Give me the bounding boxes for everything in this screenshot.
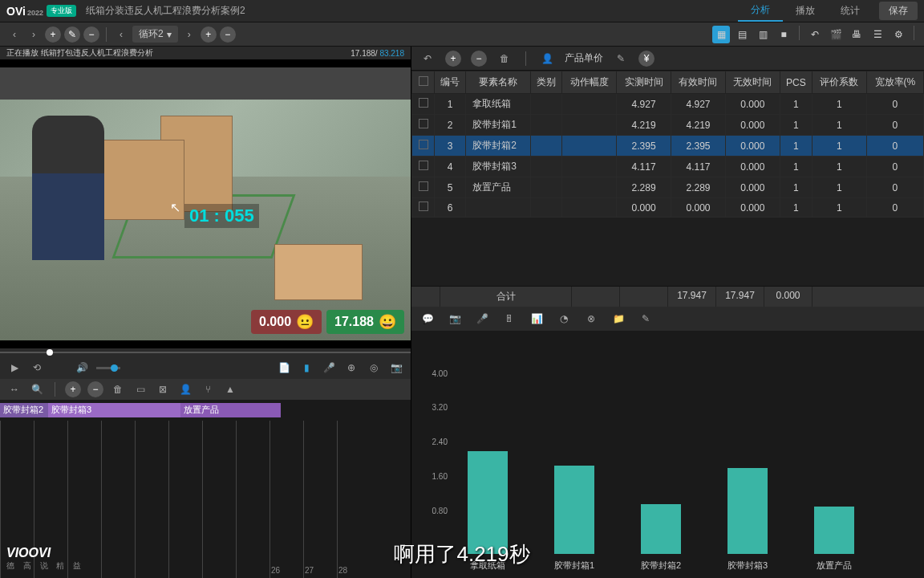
tl-person-icon[interactable]: 👤 [177, 381, 193, 397]
tbl-currency-icon[interactable]: ¥ [638, 51, 654, 67]
tbl-edit-icon[interactable]: ✎ [613, 51, 629, 67]
target-icon[interactable]: ◎ [366, 360, 382, 376]
snapshot-icon[interactable]: 📷 [447, 311, 463, 327]
next-cycle-icon[interactable]: › [181, 26, 197, 43]
unit-price-label: 产品单价 [565, 51, 603, 65]
mic-icon[interactable]: 🎤 [321, 360, 337, 376]
camera-icon[interactable]: 📷 [388, 360, 404, 376]
settings-icon[interactable]: ⚙ [890, 26, 907, 43]
video-subtitle: 啊用了4.219秒 [394, 540, 529, 568]
table-row[interactable]: 3胶带封箱22.3952.3950.000110 [412, 136, 924, 157]
scrubber[interactable] [0, 348, 411, 356]
timeline-toolbar: ↔ 🔍 + − 🗑 ▭ ⊠ 👤 ⑂ ▲ [0, 379, 411, 400]
tl-cursor-icon[interactable]: ↔ [6, 381, 22, 397]
video-status: 正在播放 纸箱打包违反人机工程浪费分析 [6, 47, 153, 59]
barchart-icon[interactable]: 📊 [529, 311, 545, 327]
remove-icon[interactable]: − [83, 26, 99, 43]
tl-segment[interactable]: 胶带封箱2 [0, 403, 48, 417]
view-grid-icon[interactable]: ▦ [712, 26, 730, 43]
table-row[interactable]: 2胶带封箱14.2194.2190.000110 [412, 115, 924, 136]
video-header: 正在播放 纸箱打包违反人机工程浪费分析 17.188/ 83.218 [0, 47, 411, 59]
forward-icon[interactable]: › [26, 26, 42, 43]
note-icon[interactable]: 📄 [276, 360, 292, 376]
undo-icon[interactable]: ↶ [806, 26, 824, 43]
elements-table: 编号要素名称类别动作幅度实测时间有效时间无效时间PCS评价系数宽放率(% 1拿取… [411, 71, 924, 218]
cycle-remove-icon[interactable]: − [220, 26, 236, 43]
loop-icon[interactable]: ⟲ [29, 360, 45, 376]
tl-cancel-icon[interactable]: ⊠ [155, 381, 171, 397]
prev-cycle-icon[interactable]: ‹ [113, 26, 129, 43]
donut-icon[interactable]: ⊗ [583, 311, 599, 327]
tl-segment[interactable]: 放置产品 [180, 403, 281, 417]
folder-icon[interactable]: 📁 [610, 311, 626, 327]
sliders-icon[interactable]: 🎚 [501, 311, 517, 327]
document-title: 纸箱分装违反人机工程浪费分析案例2 [86, 4, 245, 18]
tab-stats[interactable]: 统计 [828, 1, 873, 21]
tbl-person-icon[interactable]: 👤 [539, 51, 555, 67]
volume-icon[interactable]: 🔊 [74, 360, 90, 376]
comment-icon[interactable]: 💬 [419, 311, 436, 327]
volume-slider[interactable] [96, 367, 120, 369]
print-icon[interactable]: 🖶 [848, 26, 865, 43]
piechart-icon[interactable]: ◔ [556, 311, 572, 327]
tl-add-icon[interactable]: + [65, 381, 81, 397]
player-controls: ▶ ⟲ 🔊 📄 ▮ 🎤 ⊕ ◎ 📷 [0, 356, 411, 379]
totals-row: 合计 17.947 17.947 0.000 [411, 286, 924, 307]
add-icon[interactable]: + [45, 26, 61, 43]
table-row[interactable]: 5放置产品2.2892.2890.000110 [412, 177, 924, 198]
main-toolbar: ‹ › + ✎ − ‹ 循环2▾ › + − ▦ ▤ ▥ ■ ↶ 🎬 🖶 ☰ ⚙ [0, 22, 924, 47]
video-viewport[interactable]: ↖ 01 : 055 0.000😐 17.188😀 [0, 59, 411, 348]
table-row[interactable]: 4胶带封箱34.1174.1170.000110 [412, 157, 924, 177]
tbl-add-icon[interactable]: + [445, 51, 461, 67]
tl-merge-icon[interactable]: ▭ [132, 381, 148, 397]
watermark: VIOOVI 德 高 说 精 益 [6, 546, 84, 572]
pencil-icon[interactable]: ✎ [638, 311, 654, 327]
video-time: 17.188/ 83.218 [351, 49, 404, 58]
tbl-remove-icon[interactable]: − [471, 51, 487, 67]
pro-badge: 专业版 [47, 5, 76, 17]
app-logo: OVi2022 [6, 5, 43, 18]
cycle-dropdown[interactable]: 循环2▾ [132, 26, 178, 43]
tbl-delete-icon[interactable]: 🗑 [496, 51, 513, 67]
table-row[interactable]: 1拿取纸箱4.9274.9270.000110 [412, 94, 924, 115]
audio-icon[interactable]: 🎤 [474, 311, 490, 327]
stat-waste: 0.000😐 [251, 310, 322, 334]
chart-toolbar: 💬 📷 🎤 🎚 📊 ◔ ⊗ 📁 ✎ [411, 307, 924, 331]
tl-segment[interactable]: 胶带封箱3 [48, 403, 180, 417]
edit-icon[interactable]: ✎ [64, 26, 80, 43]
table-toolbar: ↶ + − 🗑 👤 产品单价 ✎ ¥ [411, 47, 924, 71]
tab-play[interactable]: 播放 [783, 1, 828, 21]
title-bar: OVi2022 专业版 纸箱分装违反人机工程浪费分析案例2 分析 播放 统计 保… [0, 0, 924, 22]
stat-value: 17.188😀 [326, 310, 404, 334]
back-icon[interactable]: ‹ [6, 26, 22, 43]
tl-remove-icon[interactable]: − [87, 381, 103, 397]
film-icon[interactable]: 🎬 [827, 26, 845, 43]
cycle-add-icon[interactable]: + [201, 26, 217, 43]
tab-analyze[interactable]: 分析 [738, 0, 783, 22]
marker-icon[interactable]: ▮ [298, 360, 314, 376]
tl-zoom-icon[interactable]: 🔍 [29, 381, 45, 397]
menu-icon[interactable]: ☰ [869, 26, 886, 43]
table-row[interactable]: 60.0000.0000.000110 [412, 198, 924, 218]
tbl-undo-icon[interactable]: ↶ [419, 51, 436, 67]
cursor-icon: ↖ [170, 200, 180, 215]
tl-delete-icon[interactable]: 🗑 [110, 381, 126, 397]
view-split-icon[interactable]: ▤ [733, 26, 751, 43]
view-single-icon[interactable]: ■ [775, 26, 792, 43]
play-icon[interactable]: ▶ [6, 360, 22, 376]
save-button[interactable]: 保存 [879, 2, 918, 20]
view-cols-icon[interactable]: ▥ [754, 26, 772, 43]
overlay-timer: 01 : 055 [184, 204, 259, 228]
tl-mirror-icon[interactable]: ▲ [222, 381, 238, 397]
zoom-in-icon[interactable]: ⊕ [343, 360, 359, 376]
tl-branch-icon[interactable]: ⑂ [200, 381, 216, 397]
